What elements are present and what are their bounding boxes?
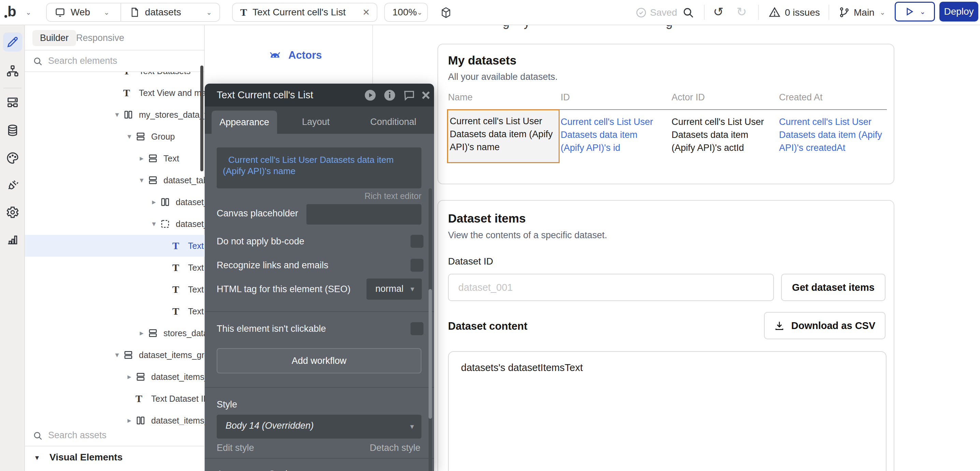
inspector-body: Current cell's List User Datasets data i… — [205, 134, 434, 471]
search-elements-bar[interactable]: Search elements — [25, 51, 204, 72]
bb-code-checkbox[interactable] — [410, 235, 423, 248]
tab-builder[interactable]: Builder — [32, 30, 76, 46]
cell-id[interactable]: Current cell's List User Datasets data i… — [561, 115, 663, 154]
chevron-down-icon: ▾ — [410, 285, 414, 294]
caret-icon[interactable] — [135, 329, 148, 337]
element-tab[interactable]: T Text Current cell's List ✕ — [232, 3, 377, 22]
caret-icon[interactable] — [123, 372, 135, 381]
rich-text-editor-link[interactable]: Rich text editor — [364, 191, 422, 201]
caret-icon[interactable] — [111, 110, 123, 119]
tree-scrollbar-thumb[interactable] — [200, 65, 204, 171]
page-label[interactable]: datasets — [145, 7, 181, 18]
zoom-control[interactable]: 100% ⌄ — [384, 3, 428, 22]
branch-icon — [838, 6, 850, 18]
tree-item[interactable]: Text — [25, 148, 205, 169]
visual-elements-section[interactable]: ▾ Visual Elements — [25, 447, 204, 471]
caret-icon[interactable] — [123, 132, 135, 141]
platform-label[interactable]: Web — [71, 7, 90, 18]
text-expression-editor[interactable]: Current cell's List User Datasets data i… — [217, 148, 422, 188]
chevron-down-icon[interactable]: ⌄ — [104, 8, 110, 16]
chevron-down-icon[interactable]: ⌄ — [25, 8, 32, 16]
redo-icon[interactable]: ↻ — [737, 5, 746, 19]
inspector-scrollbar-thumb[interactable] — [429, 289, 432, 419]
tree-item[interactable]: dataset_items_group — [25, 344, 205, 366]
dataset-id-input[interactable] — [448, 274, 774, 301]
selected-text-element[interactable]: Current cell's List User Datasets data i… — [447, 109, 560, 163]
undo-icon[interactable]: ↺ — [713, 5, 724, 19]
tab-appearance[interactable]: Appearance — [212, 111, 277, 134]
tree-item[interactable]: TText Datasets — [25, 72, 205, 82]
chevron-down-icon[interactable]: ⌄ — [880, 8, 886, 16]
rail-styles-icon[interactable] — [3, 148, 22, 167]
caret-icon[interactable] — [135, 176, 148, 185]
column-header-name: Name — [448, 92, 473, 103]
search-icon[interactable] — [682, 6, 695, 19]
tab-layout[interactable]: Layout — [302, 117, 329, 127]
not-clickable-checkbox[interactable] — [410, 322, 423, 335]
tree-item[interactable]: TText Cu... — [25, 257, 205, 278]
rail-plugins-icon[interactable] — [3, 175, 22, 194]
tree-item[interactable]: dataset_table... — [25, 169, 205, 191]
edit-style-link[interactable]: Edit style — [217, 443, 254, 453]
detach-style-link[interactable]: Detach style — [369, 443, 420, 453]
preview-button[interactable]: ⌄ — [895, 2, 935, 22]
chevron-down-icon[interactable]: ⌄ — [206, 8, 212, 16]
canvas-placeholder-input[interactable] — [306, 204, 422, 224]
get-dataset-items-button[interactable]: Get dataset items — [781, 274, 886, 301]
deploy-button[interactable]: Deploy — [939, 2, 978, 22]
tree-item[interactable]: my_stores_data_table — [25, 104, 205, 126]
text-element-icon: T — [172, 263, 185, 273]
inspector-header[interactable]: Text Current cell's List — [205, 84, 434, 107]
rail-design-icon[interactable] — [3, 32, 22, 51]
rail-logs-icon[interactable] — [3, 230, 22, 249]
html-tag-dropdown[interactable]: normal ▾ — [366, 278, 422, 300]
download-csv-button[interactable]: Download as CSV — [764, 312, 886, 339]
caret-icon[interactable] — [123, 416, 135, 425]
tree-item[interactable]: TText Cu... — [25, 300, 205, 322]
tree-item[interactable]: TText View and mana... — [25, 82, 205, 104]
branch-selector[interactable]: Main — [854, 7, 875, 18]
cell-created-at[interactable]: Current cell's List User Datasets data i… — [779, 115, 894, 154]
tab-responsive[interactable]: Responsive — [76, 33, 124, 43]
tab-conditional[interactable]: Conditional — [370, 117, 416, 127]
text-element-icon: T — [135, 393, 148, 404]
run-icon[interactable] — [363, 88, 378, 103]
issues-count[interactable]: 0 issues — [785, 7, 820, 18]
actors-nav-link[interactable]: Actors — [268, 49, 322, 61]
tree-item[interactable]: Group — [25, 126, 205, 148]
close-icon[interactable] — [418, 88, 433, 103]
text-element-icon: T — [123, 72, 135, 76]
style-dropdown[interactable]: Body 14 (Overridden) ▾ — [217, 415, 422, 439]
rail-components-icon[interactable] — [3, 93, 22, 112]
tree-item[interactable]: stores_data_b... — [25, 322, 205, 344]
caret-icon[interactable] — [148, 197, 160, 207]
caret-icon[interactable] — [148, 220, 160, 228]
comment-icon[interactable] — [402, 88, 417, 103]
tree-item[interactable]: dataset_items_title — [25, 366, 205, 388]
cell-actor-id[interactable]: Current cell's List User Datasets data i… — [671, 115, 770, 154]
caret-icon[interactable] — [111, 350, 123, 360]
rail-settings-icon[interactable] — [3, 203, 22, 222]
rail-data-icon[interactable] — [3, 121, 22, 140]
tree-item[interactable]: dataset_re... — [25, 213, 205, 235]
clipped-text-fragment: y — [524, 25, 538, 33]
links-emails-checkbox[interactable] — [410, 259, 423, 272]
search-icon — [32, 430, 43, 441]
caret-icon[interactable] — [135, 154, 148, 163]
appearance-settings-label: Appearance Settings — [217, 469, 302, 471]
search-assets-bar[interactable]: Search assets — [25, 425, 204, 446]
cube-icon[interactable] — [439, 6, 452, 19]
info-icon[interactable] — [382, 88, 397, 103]
bubble-logo[interactable]: b — [8, 3, 16, 20]
tree-item[interactable]: TText Cu... — [25, 278, 205, 300]
close-icon[interactable]: ✕ — [363, 7, 370, 18]
saved-status: Saved — [650, 7, 677, 18]
dataset-content-box[interactable]: datasets's datasetItemsText — [448, 351, 886, 471]
column-header-actor-id: Actor ID — [671, 92, 705, 103]
tree-item[interactable]: TText Dataset ID — [25, 388, 205, 410]
rail-workflows-icon[interactable] — [3, 61, 22, 81]
add-workflow-button[interactable]: Add workflow — [217, 348, 422, 373]
tree-item[interactable]: dataset_ta... — [25, 191, 205, 213]
tree-item-selected[interactable]: TText Cu... — [25, 235, 205, 257]
tree-item[interactable]: dataset_items_in... — [25, 410, 205, 425]
